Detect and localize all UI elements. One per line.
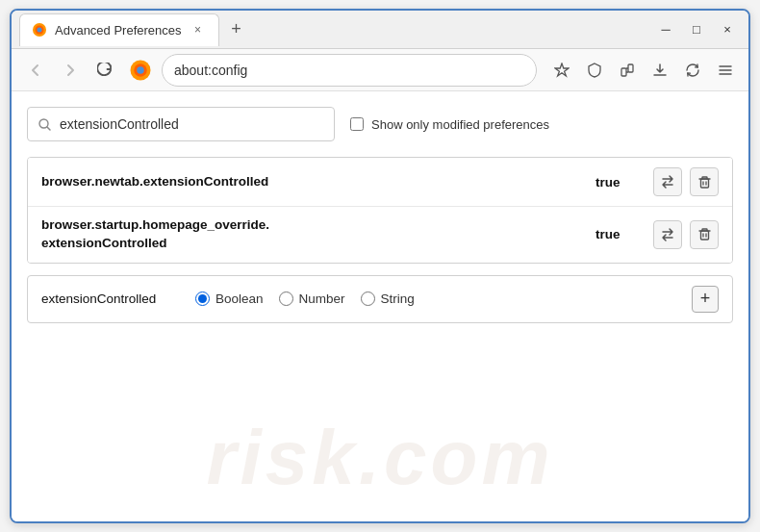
search-icon (38, 117, 52, 132)
tab-title: Advanced Preferences (55, 23, 182, 38)
show-modified-container: Show only modified preferences (350, 117, 549, 132)
back-button[interactable] (21, 56, 50, 85)
firefox-logo (129, 59, 152, 82)
back-icon (29, 63, 42, 77)
forward-icon (63, 63, 77, 77)
tab-favicon (32, 22, 47, 38)
pref-value-2: true (595, 227, 634, 241)
prefs-table: browser.newtab.extensionControlled true (27, 157, 733, 264)
download-button[interactable] (646, 57, 673, 84)
nav-bar: about:config (12, 49, 748, 91)
radio-string-label: String (381, 291, 415, 306)
browser-tab[interactable]: Advanced Preferences × (19, 13, 219, 46)
search-input[interactable] (60, 116, 324, 132)
radio-number-input[interactable] (279, 291, 293, 306)
toggle-button-1[interactable] (653, 167, 682, 196)
new-tab-button[interactable]: + (223, 16, 250, 43)
svg-rect-7 (628, 64, 633, 72)
svg-point-2 (38, 28, 42, 33)
pref-name-1: browser.newtab.extensionControlled (41, 173, 586, 191)
close-button[interactable]: × (714, 16, 741, 43)
browser-window: Advanced Preferences × + ─ □ × (10, 9, 750, 523)
toggle-button-2[interactable] (653, 220, 682, 249)
shield-button[interactable] (581, 57, 608, 84)
svg-rect-10 (700, 231, 708, 240)
title-bar: Advanced Preferences × + ─ □ × (12, 11, 748, 49)
radio-group: Boolean Number String (195, 291, 415, 306)
pref-value-1: true (595, 175, 634, 190)
forward-button[interactable] (56, 56, 85, 85)
shield-icon (587, 63, 602, 78)
sync-icon (685, 63, 700, 78)
tab-close-button[interactable]: × (190, 21, 207, 38)
menu-icon (718, 63, 733, 78)
delete-button-1[interactable] (690, 167, 719, 196)
menu-button[interactable] (712, 57, 739, 84)
radio-number-label: Number (299, 291, 345, 306)
svg-point-5 (137, 66, 144, 74)
search-bar-row: Show only modified preferences (27, 107, 733, 141)
pref-name-2: browser.startup.homepage_override.extens… (41, 216, 586, 253)
new-pref-row: extensionControlled Boolean Number Strin… (27, 275, 733, 323)
table-row: browser.startup.homepage_override.extens… (28, 207, 732, 263)
extension-button[interactable] (614, 57, 641, 84)
download-icon (652, 63, 668, 78)
address-text: about:config (174, 63, 247, 78)
content-area: Show only modified preferences browser.n… (12, 91, 748, 521)
sync-button[interactable] (679, 57, 706, 84)
radio-boolean-input[interactable] (195, 291, 210, 306)
watermark: risk.com (206, 414, 553, 502)
svg-rect-9 (700, 179, 708, 188)
show-modified-checkbox[interactable] (350, 117, 364, 131)
window-controls: ─ □ × (652, 16, 741, 43)
pref-actions-1 (653, 167, 719, 196)
maximize-button[interactable]: □ (683, 16, 710, 43)
show-modified-label: Show only modified preferences (371, 117, 549, 132)
radio-number[interactable]: Number (279, 291, 345, 306)
reload-icon (97, 63, 113, 78)
bookmark-button[interactable] (548, 57, 575, 84)
table-row: browser.newtab.extensionControlled true (28, 158, 732, 207)
preference-search-container[interactable] (27, 107, 335, 141)
minimize-button[interactable]: ─ (652, 16, 679, 43)
swap-icon-2 (660, 227, 675, 242)
radio-boolean-label: Boolean (215, 291, 264, 306)
trash-icon-1 (697, 175, 712, 190)
delete-button-2[interactable] (690, 220, 719, 249)
trash-icon-2 (697, 227, 712, 241)
pref-actions-2 (653, 220, 719, 249)
extension-icon (620, 63, 635, 78)
swap-icon-1 (660, 174, 675, 190)
radio-string-input[interactable] (361, 291, 375, 306)
radio-string[interactable]: String (361, 291, 415, 306)
radio-boolean[interactable]: Boolean (195, 291, 264, 306)
svg-rect-6 (621, 68, 626, 76)
reload-button[interactable] (90, 56, 119, 85)
star-icon (554, 63, 570, 78)
add-pref-button[interactable]: + (692, 286, 719, 313)
new-pref-name: extensionControlled (41, 291, 176, 306)
nav-icons (548, 57, 739, 84)
address-bar[interactable]: about:config (162, 54, 537, 87)
